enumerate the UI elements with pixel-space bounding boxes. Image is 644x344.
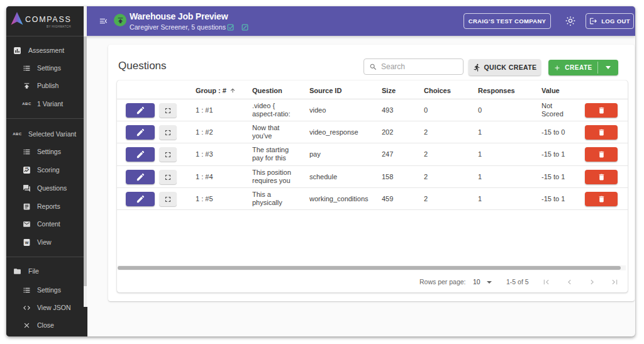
svg-text:W: W — [25, 240, 29, 244]
